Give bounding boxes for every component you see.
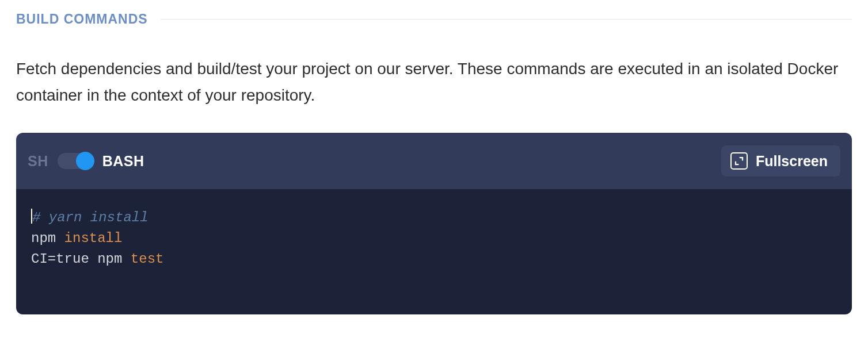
fullscreen-button[interactable]: Fullscreen — [721, 145, 840, 176]
section-description: Fetch dependencies and build/test your p… — [0, 37, 868, 133]
code-line-2: npm install — [31, 228, 837, 249]
code-body[interactable]: # yarn install npm install CI=true npm t… — [16, 189, 852, 314]
code-text: CI=true npm — [31, 251, 131, 267]
code-text: npm — [31, 231, 64, 246]
code-toolbar: SH BASH Fullscreen — [16, 133, 852, 189]
code-keyword: install — [64, 231, 123, 246]
code-line-1: # yarn install — [31, 208, 837, 228]
code-editor: SH BASH Fullscreen # yarn install npm in… — [16, 133, 852, 314]
code-keyword: test — [131, 251, 164, 267]
section-header: BUILD COMMANDS — [0, 0, 868, 37]
code-comment: # yarn install — [32, 210, 149, 225]
shell-toggle[interactable] — [58, 153, 93, 169]
fullscreen-icon — [730, 152, 748, 170]
shell-bash-label[interactable]: BASH — [102, 153, 144, 170]
shell-sh-label[interactable]: SH — [28, 153, 48, 170]
section-title: BUILD COMMANDS — [16, 11, 148, 27]
fullscreen-label: Fullscreen — [756, 153, 828, 170]
toggle-knob — [76, 152, 94, 170]
shell-toggle-group: SH BASH — [28, 153, 144, 170]
code-line-3: CI=true npm test — [31, 249, 837, 270]
divider — [161, 19, 852, 20]
